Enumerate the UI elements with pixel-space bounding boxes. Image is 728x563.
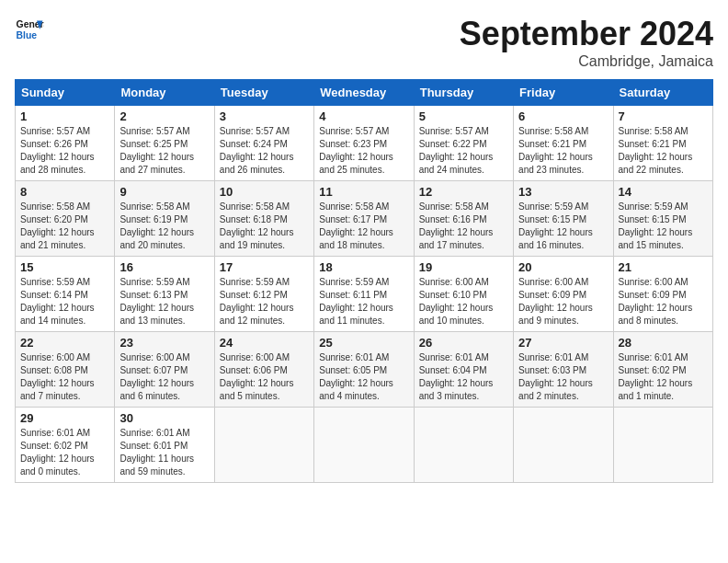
- calendar-cell: 13 Sunrise: 5:59 AMSunset: 6:15 PMDaylig…: [514, 181, 613, 257]
- day-number: 18: [319, 260, 408, 274]
- calendar-cell: 7 Sunrise: 5:58 AMSunset: 6:21 PMDayligh…: [613, 106, 712, 181]
- calendar-week-5: 29 Sunrise: 6:01 AMSunset: 6:02 PMDaylig…: [16, 408, 713, 483]
- calendar-cell: 1 Sunrise: 5:57 AMSunset: 6:26 PMDayligh…: [16, 106, 115, 181]
- day-number: 1: [20, 109, 109, 123]
- day-info: Sunrise: 6:01 AMSunset: 6:04 PMDaylight:…: [419, 352, 494, 401]
- calendar-cell: 3 Sunrise: 5:57 AMSunset: 6:24 PMDayligh…: [214, 106, 313, 181]
- calendar-cell: 11 Sunrise: 5:58 AMSunset: 6:17 PMDaylig…: [314, 181, 414, 257]
- weekday-header-wednesday: Wednesday: [314, 80, 414, 106]
- day-number: 29: [20, 411, 109, 425]
- calendar-cell: 25 Sunrise: 6:01 AMSunset: 6:05 PMDaylig…: [314, 332, 414, 408]
- calendar-cell: 19 Sunrise: 6:00 AMSunset: 6:10 PMDaylig…: [414, 257, 513, 332]
- calendar-cell: 24 Sunrise: 6:00 AMSunset: 6:06 PMDaylig…: [214, 332, 313, 408]
- day-number: 6: [518, 109, 608, 123]
- calendar-cell: 14 Sunrise: 5:59 AMSunset: 6:15 PMDaylig…: [613, 181, 712, 257]
- day-number: 16: [119, 260, 209, 274]
- day-info: Sunrise: 5:59 AMSunset: 6:15 PMDaylight:…: [619, 201, 693, 250]
- day-info: Sunrise: 5:58 AMSunset: 6:20 PMDaylight:…: [20, 201, 95, 250]
- day-info: Sunrise: 6:01 AMSunset: 6:02 PMDaylight:…: [20, 428, 95, 477]
- calendar-cell: 21 Sunrise: 6:00 AMSunset: 6:09 PMDaylig…: [613, 257, 712, 332]
- month-title: September 2024: [460, 15, 713, 53]
- calendar-week-2: 8 Sunrise: 5:58 AMSunset: 6:20 PMDayligh…: [16, 181, 713, 257]
- calendar-cell: 17 Sunrise: 5:59 AMSunset: 6:12 PMDaylig…: [214, 257, 313, 332]
- day-number: 20: [518, 260, 608, 274]
- day-number: 23: [119, 336, 209, 350]
- day-number: 11: [319, 185, 408, 199]
- calendar-cell: [214, 408, 313, 483]
- day-info: Sunrise: 5:58 AMSunset: 6:17 PMDaylight:…: [319, 201, 393, 250]
- day-info: Sunrise: 5:58 AMSunset: 6:19 PMDaylight:…: [119, 201, 194, 250]
- day-info: Sunrise: 6:01 AMSunset: 6:01 PMDaylight:…: [119, 428, 194, 477]
- day-info: Sunrise: 6:01 AMSunset: 6:05 PMDaylight:…: [319, 352, 393, 401]
- day-number: 14: [619, 185, 708, 199]
- day-info: Sunrise: 5:59 AMSunset: 6:13 PMDaylight:…: [119, 277, 194, 326]
- day-info: Sunrise: 5:57 AMSunset: 6:26 PMDaylight:…: [20, 126, 95, 175]
- day-number: 26: [419, 336, 508, 350]
- logo: General Blue: [15, 15, 44, 44]
- calendar-cell: [414, 408, 513, 483]
- day-info: Sunrise: 5:57 AMSunset: 6:25 PMDaylight:…: [119, 126, 194, 175]
- calendar-cell: 27 Sunrise: 6:01 AMSunset: 6:03 PMDaylig…: [514, 332, 613, 408]
- calendar-cell: 6 Sunrise: 5:58 AMSunset: 6:21 PMDayligh…: [514, 106, 613, 181]
- calendar-cell: 18 Sunrise: 5:59 AMSunset: 6:11 PMDaylig…: [314, 257, 414, 332]
- calendar-cell: 10 Sunrise: 5:58 AMSunset: 6:18 PMDaylig…: [214, 181, 313, 257]
- day-number: 4: [319, 109, 408, 123]
- day-number: 22: [20, 336, 109, 350]
- calendar-cell: 12 Sunrise: 5:58 AMSunset: 6:16 PMDaylig…: [414, 181, 513, 257]
- day-info: Sunrise: 5:58 AMSunset: 6:21 PMDaylight:…: [518, 126, 593, 175]
- calendar-week-3: 15 Sunrise: 5:59 AMSunset: 6:14 PMDaylig…: [16, 257, 713, 332]
- title-block: September 2024 Cambridge, Jamaica: [460, 15, 713, 70]
- weekday-header-sunday: Sunday: [16, 80, 115, 106]
- weekday-header-tuesday: Tuesday: [214, 80, 313, 106]
- day-info: Sunrise: 5:58 AMSunset: 6:18 PMDaylight:…: [220, 201, 294, 250]
- day-number: 2: [119, 109, 209, 123]
- calendar-cell: 29 Sunrise: 6:01 AMSunset: 6:02 PMDaylig…: [16, 408, 115, 483]
- calendar-cell: 8 Sunrise: 5:58 AMSunset: 6:20 PMDayligh…: [16, 181, 115, 257]
- calendar-week-4: 22 Sunrise: 6:00 AMSunset: 6:08 PMDaylig…: [16, 332, 713, 408]
- day-number: 7: [619, 109, 708, 123]
- page-header: General Blue September 2024 Cambridge, J…: [15, 15, 713, 70]
- day-info: Sunrise: 6:00 AMSunset: 6:08 PMDaylight:…: [20, 352, 95, 401]
- day-number: 17: [220, 260, 309, 274]
- calendar-cell: [514, 408, 613, 483]
- day-number: 13: [518, 185, 608, 199]
- day-info: Sunrise: 5:59 AMSunset: 6:12 PMDaylight:…: [220, 277, 294, 326]
- day-number: 8: [20, 185, 109, 199]
- day-info: Sunrise: 5:57 AMSunset: 6:24 PMDaylight:…: [220, 126, 294, 175]
- day-number: 30: [119, 411, 209, 425]
- day-info: Sunrise: 6:00 AMSunset: 6:10 PMDaylight:…: [419, 277, 494, 326]
- calendar-cell: 30 Sunrise: 6:01 AMSunset: 6:01 PMDaylig…: [115, 408, 214, 483]
- day-info: Sunrise: 5:59 AMSunset: 6:14 PMDaylight:…: [20, 277, 95, 326]
- svg-text:Blue: Blue: [17, 30, 38, 40]
- calendar-cell: 5 Sunrise: 5:57 AMSunset: 6:22 PMDayligh…: [414, 106, 513, 181]
- calendar-cell: 16 Sunrise: 5:59 AMSunset: 6:13 PMDaylig…: [115, 257, 214, 332]
- calendar-cell: 2 Sunrise: 5:57 AMSunset: 6:25 PMDayligh…: [115, 106, 214, 181]
- day-number: 19: [419, 260, 508, 274]
- day-info: Sunrise: 5:57 AMSunset: 6:23 PMDaylight:…: [319, 126, 393, 175]
- day-info: Sunrise: 6:01 AMSunset: 6:02 PMDaylight:…: [619, 352, 693, 401]
- calendar-cell: 28 Sunrise: 6:01 AMSunset: 6:02 PMDaylig…: [613, 332, 712, 408]
- day-number: 12: [419, 185, 508, 199]
- day-number: 3: [220, 109, 309, 123]
- calendar-cell: 22 Sunrise: 6:00 AMSunset: 6:08 PMDaylig…: [16, 332, 115, 408]
- calendar-cell: 15 Sunrise: 5:59 AMSunset: 6:14 PMDaylig…: [16, 257, 115, 332]
- day-number: 27: [518, 336, 608, 350]
- day-info: Sunrise: 6:01 AMSunset: 6:03 PMDaylight:…: [518, 352, 593, 401]
- day-number: 21: [619, 260, 708, 274]
- day-info: Sunrise: 5:59 AMSunset: 6:11 PMDaylight:…: [319, 277, 393, 326]
- calendar-cell: 23 Sunrise: 6:00 AMSunset: 6:07 PMDaylig…: [115, 332, 214, 408]
- calendar-week-1: 1 Sunrise: 5:57 AMSunset: 6:26 PMDayligh…: [16, 106, 713, 181]
- weekday-header-monday: Monday: [115, 80, 214, 106]
- day-number: 25: [319, 336, 408, 350]
- calendar-cell: 4 Sunrise: 5:57 AMSunset: 6:23 PMDayligh…: [314, 106, 414, 181]
- day-number: 5: [419, 109, 508, 123]
- day-number: 15: [20, 260, 109, 274]
- day-info: Sunrise: 6:00 AMSunset: 6:07 PMDaylight:…: [119, 352, 194, 401]
- calendar-cell: [613, 408, 712, 483]
- day-info: Sunrise: 6:00 AMSunset: 6:09 PMDaylight:…: [619, 277, 693, 326]
- calendar-table: SundayMondayTuesdayWednesdayThursdayFrid…: [15, 79, 713, 483]
- calendar-cell: 20 Sunrise: 6:00 AMSunset: 6:09 PMDaylig…: [514, 257, 613, 332]
- location-subtitle: Cambridge, Jamaica: [460, 53, 713, 70]
- day-number: 9: [119, 185, 209, 199]
- day-info: Sunrise: 5:59 AMSunset: 6:15 PMDaylight:…: [518, 201, 593, 250]
